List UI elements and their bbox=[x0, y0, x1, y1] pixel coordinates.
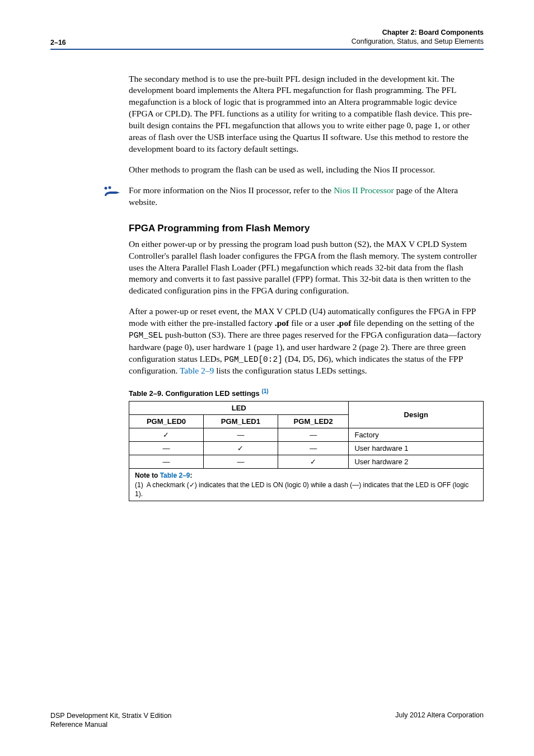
note-head-pre: Note to bbox=[135, 472, 160, 479]
note-head-link[interactable]: Table 2–9 bbox=[160, 472, 190, 479]
chapter-subtitle: Configuration, Status, and Setup Element… bbox=[352, 37, 484, 46]
paragraph-4: After a power-up or reset event, the MAX… bbox=[129, 306, 484, 377]
info-pre: For more information on the Nios II proc… bbox=[129, 185, 334, 195]
note-pre: A checkmark ( bbox=[147, 481, 189, 489]
header-right: Chapter 2: Board Components Configuratio… bbox=[352, 28, 484, 46]
cell: — bbox=[129, 442, 204, 455]
cell: — bbox=[278, 442, 349, 455]
page-header: 2–16 Chapter 2: Board Components Configu… bbox=[50, 28, 484, 49]
table-row: ✓ — — Factory bbox=[129, 428, 484, 442]
cell-design: User hardware 2 bbox=[349, 455, 484, 469]
p4-pof2: .pof bbox=[337, 318, 351, 328]
p4-code2: PGM_LED[0:2] bbox=[224, 355, 282, 364]
page-number: 2–16 bbox=[50, 39, 66, 46]
footer-doc-title: DSP Development Kit, Stratix V Edition bbox=[50, 711, 172, 720]
cell-design: Factory bbox=[349, 428, 484, 442]
note-head-post: : bbox=[190, 472, 192, 479]
note-num: (1) bbox=[135, 481, 143, 489]
caption-sup[interactable]: (1) bbox=[261, 388, 268, 394]
chapter-title: Chapter 2: Board Components bbox=[352, 28, 484, 37]
col-led0: PGM_LED0 bbox=[129, 415, 204, 428]
col-group-led: LED bbox=[129, 402, 349, 415]
cell: — bbox=[203, 455, 278, 469]
cell: — bbox=[203, 428, 278, 442]
footer-doc-sub: Reference Manual bbox=[50, 720, 172, 729]
p4-c: file depending on the setting of the bbox=[351, 318, 474, 328]
cell: — bbox=[129, 455, 204, 469]
cell: ✓ bbox=[129, 428, 204, 442]
p4-pof1: .pof bbox=[275, 318, 289, 328]
caption-text: Table 2–9. Configuration LED settings bbox=[129, 389, 261, 398]
table-header-row-1: LED Design bbox=[129, 402, 484, 415]
info-callout: For more information on the Nios II proc… bbox=[129, 185, 484, 208]
paragraph-3: On either power-up or by pressing the pr… bbox=[129, 239, 484, 297]
col-design: Design bbox=[349, 402, 484, 428]
p4-f: lists the configuration status LEDs sett… bbox=[214, 366, 367, 375]
paragraph-2: Other methods to program the flash can b… bbox=[129, 164, 484, 176]
config-led-table: LED Design PGM_LED0 PGM_LED1 PGM_LED2 ✓ … bbox=[129, 401, 484, 501]
hand-point-icon bbox=[104, 186, 121, 198]
table-caption: Table 2–9. Configuration LED settings (1… bbox=[129, 388, 484, 398]
col-led1: PGM_LED1 bbox=[203, 415, 278, 428]
cell: ✓ bbox=[278, 455, 349, 469]
note-check: ✓ bbox=[189, 481, 195, 489]
svg-point-0 bbox=[105, 186, 107, 189]
table-row: — ✓ — User hardware 1 bbox=[129, 442, 484, 455]
p4-table-link[interactable]: Table 2–9 bbox=[180, 366, 214, 375]
subheading-fpga-programming: FPGA Programming from Flash Memory bbox=[129, 223, 484, 234]
table-note-row: Note to Table 2–9: (1) A checkmark (✓) i… bbox=[129, 469, 484, 501]
svg-point-1 bbox=[109, 186, 111, 189]
page-footer: DSP Development Kit, Stratix V Edition R… bbox=[50, 711, 484, 730]
footer-left: DSP Development Kit, Stratix V Edition R… bbox=[50, 711, 172, 730]
paragraph-1: The secondary method is to use the pre-b… bbox=[129, 73, 484, 155]
cell: — bbox=[278, 428, 349, 442]
col-led2: PGM_LED2 bbox=[278, 415, 349, 428]
info-text: For more information on the Nios II proc… bbox=[129, 185, 484, 208]
cell-design: User hardware 1 bbox=[349, 442, 484, 455]
cell: ✓ bbox=[203, 442, 278, 455]
footer-right: July 2012 Altera Corporation bbox=[395, 711, 484, 730]
p4-code1: PGM_SEL bbox=[129, 331, 163, 340]
nios-link[interactable]: Nios II Processor bbox=[334, 185, 394, 195]
table-note-cell: Note to Table 2–9: (1) A checkmark (✓) i… bbox=[129, 469, 484, 501]
p4-b: file or a user bbox=[289, 318, 337, 328]
table-row: — — ✓ User hardware 2 bbox=[129, 455, 484, 469]
